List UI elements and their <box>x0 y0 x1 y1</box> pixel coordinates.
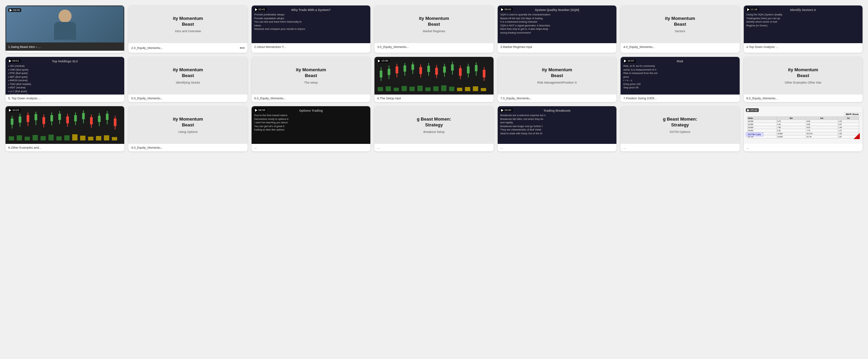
card-16[interactable]: ity MomentumBeast Using Options 9.0_Equi… <box>128 106 247 151</box>
duration-badge-13: 15:57 <box>623 59 636 63</box>
card-label-10: 6.0_Equity_Momentu... <box>252 95 370 102</box>
thumb-16: ity MomentumBeast Using Options <box>128 106 247 144</box>
svg-rect-45 <box>19 116 22 123</box>
svg-rect-61 <box>82 113 85 119</box>
thumb-content-19: Trading Breakouts Breakouts are a welcom… <box>498 106 616 144</box>
duration-badge-21: 25:42 <box>746 108 759 112</box>
momentum-subtitle-2: Intro and Overview <box>175 29 201 33</box>
svg-rect-39 <box>465 87 470 91</box>
thumb-8: 09:01 Top Holdings XLV • JNJ (neutral) •… <box>5 57 124 95</box>
svg-rect-37 <box>449 87 454 91</box>
thumb-18: g Beast Momen:Strategy Breakout Setup <box>374 106 493 144</box>
card-5[interactable]: 09:42 System Quality Number (SQN) SQN is… <box>498 5 616 53</box>
svg-rect-29 <box>386 86 391 91</box>
svg-rect-65 <box>98 116 101 122</box>
thumb-14: ity MomentumBeast Other Examples Other M… <box>744 57 863 95</box>
svg-rect-53 <box>50 115 53 121</box>
card-13[interactable]: 15:57 Risk Risk, or R, as it's commonly … <box>621 57 739 102</box>
svg-rect-19 <box>451 64 454 71</box>
momentum-subtitle-12: Risk Management/Position S <box>537 81 577 84</box>
dots-button-2[interactable]: ••• <box>240 45 245 51</box>
thumb-content-3: Why Trade With a System? Provide predict… <box>252 5 370 43</box>
svg-rect-70 <box>9 136 14 140</box>
svg-rect-83 <box>112 137 117 140</box>
svg-rect-5 <box>396 66 398 73</box>
card-19[interactable]: 29:20 Trading Breakouts Breakouts are a … <box>498 106 616 151</box>
card-label-7: 4.Top Down Analysis ... <box>744 43 863 51</box>
card-18[interactable]: g Beast Momen:Strategy Breakout Setup ..… <box>374 106 493 151</box>
card-21[interactable]: 25:42 IBKR Stock Strike Bid Ask Vol 16,5… <box>744 106 863 151</box>
svg-rect-49 <box>35 114 37 120</box>
svg-rect-15 <box>435 68 438 75</box>
svg-rect-71 <box>17 135 22 140</box>
momentum-title-10: ity MomentumBeast <box>296 67 326 79</box>
play-icon-19 <box>501 109 503 112</box>
momentum-title-9: ity MomentumBeast <box>173 67 203 79</box>
thumb-4: ity MomentumBeast Market Regimes <box>374 5 493 43</box>
card-label-13: 7.Position Sizing (VER... <box>621 95 739 102</box>
svg-rect-9 <box>411 64 414 70</box>
card-2[interactable]: ity MomentumBeast Intro and Overview 2.0… <box>128 5 247 53</box>
card-20[interactable]: g Beast Momen:Strategy DOTM Options ... <box>621 106 739 151</box>
card-label-14: 8.0_Equity_Momentu... <box>744 95 863 102</box>
thumb-5: 09:42 System Quality Number (SQN) SQN is… <box>498 5 616 43</box>
duration-badge-3: 22:41 <box>254 8 267 11</box>
svg-rect-81 <box>96 136 101 140</box>
thumb-19: 29:20 Trading Breakouts Breakouts are a … <box>498 106 616 144</box>
card-label-21: ... <box>744 144 863 151</box>
duration-badge-1: 08:06 <box>8 8 21 12</box>
card-label-19: ... <box>498 144 616 151</box>
card-8[interactable]: 09:01 Top Holdings XLV • JNJ (neutral) •… <box>5 57 124 102</box>
svg-rect-30 <box>394 88 399 91</box>
momentum-subtitle-18: Breakout Setup <box>423 130 445 134</box>
card-label-20: ... <box>621 144 739 151</box>
chart-svg-11 <box>374 57 493 95</box>
svg-rect-63 <box>90 117 93 124</box>
card-17[interactable]: 08:55 Options Trading Due to the time ba… <box>252 106 370 151</box>
dotm-calls-label: DOTM Calls <box>746 133 763 136</box>
svg-rect-27 <box>483 70 486 77</box>
momentum-subtitle-4: Market Regimes <box>423 29 445 33</box>
svg-rect-34 <box>425 87 431 91</box>
card-10[interactable]: ity MomentumBeast The setup 6.0_Equity_M… <box>252 57 370 102</box>
card-7[interactable]: 11:18 Identify Sectors ir Using the SQN … <box>744 5 863 53</box>
thumb-content-7: Identify Sectors ir Using the SQN (Syste… <box>744 5 863 43</box>
card-3[interactable]: 22:41 Why Trade With a System? Provide p… <box>252 5 370 53</box>
card-15[interactable]: 10:22 <box>5 106 124 151</box>
svg-rect-21 <box>459 68 462 76</box>
card-label-15: 8.Other Examples and... <box>5 144 124 151</box>
svg-rect-80 <box>88 137 93 140</box>
card-14[interactable]: ity MomentumBeast Other Examples Other M… <box>744 57 863 102</box>
card-label-12: 7.0_Equity_Momentu... <box>498 95 616 102</box>
momentum-subtitle-10: The setup <box>304 81 318 84</box>
momentum-subtitle-6: Sectors <box>675 29 686 33</box>
chart-svg-15 <box>5 106 124 144</box>
card-1[interactable]: 08:06 1.Swing Beast Intro – ... <box>5 5 124 53</box>
thumb-7: 11:18 Identify Sectors ir Using the SQN … <box>744 5 863 43</box>
svg-rect-7 <box>404 65 406 72</box>
svg-rect-43 <box>11 119 13 125</box>
momentum-title-12: ity MomentumBeast <box>542 67 572 79</box>
thumb-3: 22:41 Why Trade With a System? Provide p… <box>252 5 370 43</box>
play-icon-21 <box>747 109 750 112</box>
card-6[interactable]: ity MomentumBeast Sectors 4.0_Equity_Mom… <box>621 5 739 53</box>
play-icon-13 <box>624 60 626 62</box>
thumb-12: ity MomentumBeast Risk Management/Positi… <box>498 57 616 95</box>
card-11[interactable]: 15:56 <box>374 57 493 102</box>
play-icon-17 <box>255 109 257 112</box>
card-label-4: 3.0_Equity_Momentu... <box>374 43 493 51</box>
svg-rect-82 <box>104 135 109 140</box>
svg-rect-55 <box>58 114 61 120</box>
card-label-18: ... <box>374 144 493 151</box>
card-9[interactable]: ity MomentumBeast Identifying Stocks 5.0… <box>128 57 247 102</box>
momentum-title-14: ity MomentumBeast <box>788 67 818 79</box>
svg-rect-35 <box>433 86 438 91</box>
svg-rect-75 <box>48 135 53 140</box>
card-4[interactable]: ity MomentumBeast Market Regimes 3.0_Equ… <box>374 5 493 53</box>
thumb-11: 15:56 <box>374 57 493 95</box>
thumb-10: ity MomentumBeast The setup <box>252 57 370 95</box>
thumb-content-5: System Quality Number (SQN) SQN is used … <box>498 5 616 43</box>
screenshot-content-21: IBKR Stock Strike Bid Ask Vol 16,5068.75… <box>745 108 861 143</box>
play-icon-5 <box>501 8 503 11</box>
card-12[interactable]: ity MomentumBeast Risk Management/Positi… <box>498 57 616 102</box>
